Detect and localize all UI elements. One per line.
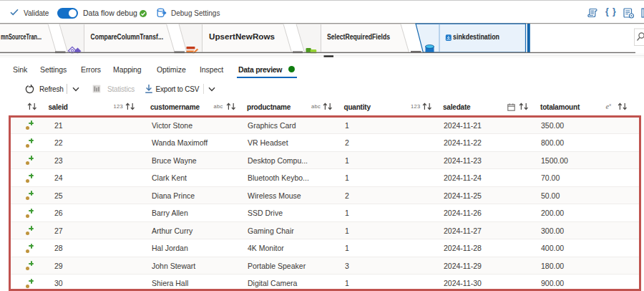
- svg-text:CompareColumnTransf...: CompareColumnTransf...: [91, 33, 164, 41]
- svg-text:UpsertNewRows: UpsertNewRows: [209, 33, 275, 41]
- svg-text:SelectRequiredFields: SelectRequiredFields: [327, 33, 390, 41]
- svg-text:sinkdestination: sinkdestination: [453, 33, 499, 41]
- svg-text:mnSourceTran...: mnSourceTran...: [1, 33, 42, 41]
